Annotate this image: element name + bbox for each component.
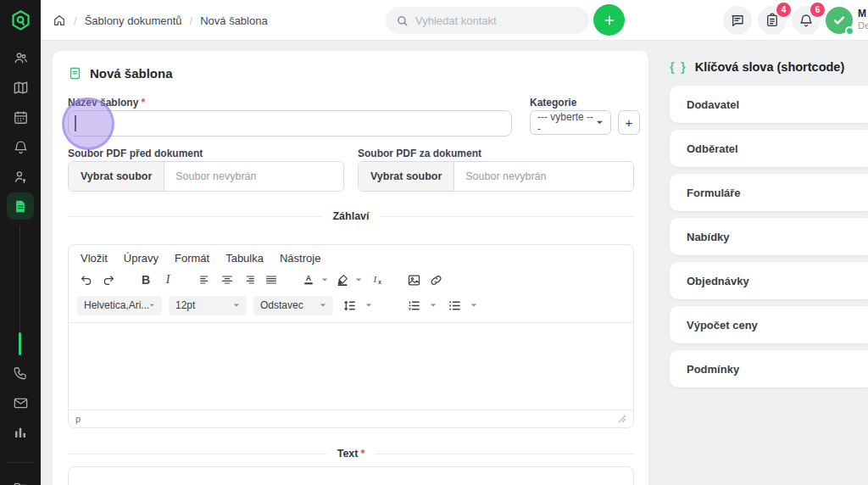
messages-button[interactable]	[723, 6, 752, 35]
sidebar-item-calendar[interactable]	[0, 103, 41, 131]
line-height-chevron[interactable]	[365, 302, 374, 309]
shortcode-group-podminky[interactable]: Podmínky	[670, 350, 868, 387]
editor-statusbar: p	[69, 410, 633, 427]
undo-button[interactable]	[77, 270, 96, 290]
highlight-button[interactable]	[333, 270, 352, 290]
app-logo[interactable]	[0, 0, 41, 41]
search-icon	[396, 14, 409, 27]
align-left-button[interactable]	[196, 270, 214, 290]
sidebar-item-files[interactable]	[0, 473, 41, 485]
chart-icon	[13, 425, 28, 440]
line-height-button[interactable]	[340, 295, 359, 315]
text-color-icon: A	[302, 273, 315, 287]
menu-insert[interactable]: Vložit	[81, 252, 108, 265]
add-button[interactable]	[593, 4, 625, 36]
svg-text:x: x	[378, 279, 381, 285]
shortcode-group-formulare[interactable]: Formuláře	[670, 174, 868, 211]
category-select[interactable]: --- vyberte ---	[530, 110, 611, 135]
sidebar-item-contacts[interactable]	[0, 43, 41, 72]
font-family-select[interactable]: Helvetica,Ari...	[77, 296, 162, 315]
document-icon	[13, 198, 28, 214]
text-editor[interactable]	[68, 466, 634, 485]
shortcode-group-dodavatel[interactable]: Dodavatel	[670, 86, 868, 123]
font-size-select[interactable]: 12pt	[169, 296, 247, 315]
bold-button[interactable]: B	[136, 270, 155, 290]
menu-edit[interactable]: Úpravy	[124, 252, 159, 265]
tasks-button[interactable]: 4	[758, 6, 787, 35]
list-ol-icon	[407, 298, 421, 313]
sidebar-item-map[interactable]	[0, 73, 41, 102]
chevron-down-icon	[149, 302, 155, 309]
editor-content-area[interactable]	[69, 323, 633, 410]
menu-table[interactable]: Tabulka	[225, 252, 264, 265]
folder-icon	[13, 480, 29, 485]
shortcode-group-nabidky[interactable]: Nabídky	[670, 218, 868, 255]
align-right-button[interactable]	[240, 270, 259, 290]
redo-icon	[102, 273, 115, 287]
breadcrumb-item-templates[interactable]: Šablony dokumentů	[85, 14, 182, 27]
breadcrumb-separator: /	[74, 14, 77, 27]
avatar-check-icon	[832, 13, 847, 28]
choose-file-button[interactable]: Vybrat soubor	[69, 162, 164, 191]
search-bar[interactable]	[386, 7, 589, 34]
home-icon[interactable]	[53, 14, 66, 27]
avatar[interactable]	[826, 7, 853, 34]
pdf-after-file-input[interactable]: Vybrat soubor Soubor nevybrán	[358, 161, 634, 192]
sidebar-item-phone[interactable]	[0, 359, 41, 387]
notifications-badge: 6	[810, 3, 825, 17]
category-label: Kategorie	[530, 97, 576, 109]
sidebar-item-mail[interactable]	[0, 388, 41, 417]
text-color-chevron[interactable]	[321, 276, 330, 283]
italic-button[interactable]: I	[159, 270, 177, 290]
insert-link-button[interactable]	[426, 270, 445, 290]
breadcrumb-item-new-template: Nová šablona	[200, 14, 268, 27]
notifications-button[interactable]: 6	[792, 6, 821, 35]
pdf-before-file-input[interactable]: Vybrat soubor Soubor nevybrán	[68, 161, 344, 192]
chevron-down-icon	[320, 302, 326, 309]
shortcode-group-odberatel[interactable]: Odběratel	[670, 130, 868, 167]
redo-button[interactable]	[99, 270, 118, 290]
svg-text:I: I	[372, 275, 376, 284]
undo-icon	[80, 273, 93, 287]
sidebar-item-clients[interactable]	[0, 162, 41, 191]
page-title: Nová šablona	[68, 66, 173, 81]
template-name-input[interactable]	[68, 110, 512, 137]
editor-toolbar-row2: Helvetica,Ari... 12pt Odstavec	[69, 295, 633, 323]
clear-format-button[interactable]: Ix	[367, 270, 386, 290]
sidebar-item-documents-active[interactable]	[0, 192, 41, 220]
insert-image-button[interactable]	[404, 270, 423, 290]
mail-icon	[13, 395, 29, 411]
breadcrumb-separator: /	[190, 14, 193, 27]
menu-tools[interactable]: Nástroje	[280, 252, 320, 265]
section-header-label: Záhlaví	[332, 210, 369, 222]
ordered-list-button[interactable]	[404, 295, 423, 315]
shortcode-group-vypocet-ceny[interactable]: Výpočet ceny	[670, 306, 868, 343]
sidebar-item-notifications[interactable]	[0, 132, 41, 161]
text-color-button[interactable]: A	[299, 270, 318, 290]
add-category-button[interactable]: +	[618, 110, 640, 135]
align-center-button[interactable]	[218, 270, 236, 290]
sidebar	[0, 0, 41, 485]
bullet-list-chevron[interactable]	[470, 302, 479, 309]
block-format-select[interactable]: Odstavec	[253, 296, 333, 315]
menu-format[interactable]: Formát	[175, 252, 209, 265]
element-path: p	[75, 414, 81, 424]
resize-handle-icon[interactable]	[618, 415, 626, 423]
bullet-list-button[interactable]	[445, 295, 464, 315]
list-ul-icon	[448, 298, 462, 313]
svg-text:A: A	[306, 274, 312, 282]
phone-icon	[13, 365, 28, 381]
sidebar-divider	[7, 462, 34, 463]
section-text-label: Text*	[337, 448, 365, 460]
file-status-text: Soubor nevybrán	[454, 170, 546, 182]
shortcode-group-objednavky[interactable]: Objednávky	[670, 262, 868, 299]
choose-file-button[interactable]: Vybrat soubor	[359, 162, 454, 191]
align-justify-button[interactable]	[262, 270, 281, 290]
ordered-list-chevron[interactable]	[430, 302, 438, 309]
plus-icon	[603, 14, 616, 27]
highlight-chevron[interactable]	[355, 276, 364, 283]
sidebar-item-reports[interactable]	[0, 418, 41, 447]
required-mark: *	[141, 97, 145, 109]
highlight-icon	[336, 273, 349, 287]
search-input[interactable]	[415, 14, 568, 27]
